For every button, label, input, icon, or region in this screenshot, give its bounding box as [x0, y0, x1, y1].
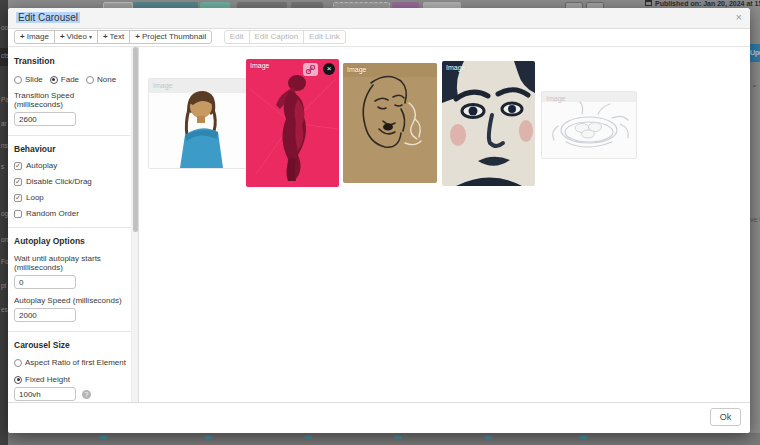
checkbox-loop[interactable]: ✓ Loop [14, 193, 125, 202]
background-table-accent [100, 436, 107, 439]
plus-icon: + [60, 32, 65, 41]
radio-icon [14, 359, 22, 367]
update-button-fragment: Upd [750, 44, 760, 62]
divider [8, 331, 131, 332]
checkbox-icon: ✓ [14, 178, 22, 186]
chevron-down-icon: ⌄ [751, 80, 758, 89]
carousel-item-2-image [246, 59, 339, 187]
background-text-fragment: s [1, 163, 4, 170]
checkbox-icon [14, 210, 22, 218]
add-video-button[interactable]: +Video▾ [54, 30, 98, 44]
background-text-fragment: es [1, 306, 8, 313]
background-text-fragment: ns [1, 142, 8, 149]
checkbox-random-order[interactable]: Random Order [14, 209, 125, 218]
transition-radio-group: Slide Fade None [14, 75, 125, 84]
carousel-item-5[interactable]: Image [541, 91, 637, 159]
background-text-fragment: Fo [1, 258, 8, 265]
settings-sidebar: Transition Slide Fade None Transition Sp… [8, 47, 131, 403]
carousel-item-4[interactable]: Image [442, 61, 535, 186]
autoplay-wait-label: Wait until autoplay starts (milliseconds… [14, 254, 114, 272]
background-text-fragment: ve th [750, 216, 760, 223]
checkbox-disable-click-drag[interactable]: ✓ Disable Click/Drag [14, 177, 125, 186]
background-table-accent [395, 436, 402, 439]
edit-carousel-dialog: Edit Carousel × +Image+Video▾+Text+Proje… [8, 8, 750, 433]
background-text-fragment: om [1, 236, 8, 243]
radio-none[interactable]: None [86, 75, 116, 84]
scrollbar-thumb[interactable] [133, 47, 138, 232]
carousel-item-3-image [343, 63, 437, 183]
radio-fixed-height[interactable]: Fixed Height [14, 375, 125, 384]
caret-down-icon: ▾ [89, 34, 92, 40]
help-icon[interactable]: ? [82, 390, 91, 399]
background-right-strip: Upd ⌄ ve th [750, 0, 760, 445]
edit-link-button[interactable]: Edit Link [303, 30, 346, 44]
background-text-fragment: cts [1, 52, 8, 59]
radio-aspect-ratio-first-element[interactable]: Aspect Ratio of first Element [14, 358, 125, 367]
background-text-fragment: ar [1, 120, 7, 127]
carousel-item-1[interactable]: Image [148, 78, 247, 169]
dialog-title: Edit Carousel [16, 12, 80, 23]
transition-speed-input[interactable] [14, 112, 76, 126]
transition-heading: Transition [14, 56, 125, 66]
carousel-item-1-image [149, 79, 246, 168]
radio-icon [86, 76, 94, 84]
transition-speed-label: Transition Speed (milliseconds) [14, 91, 125, 109]
fixed-height-input[interactable] [14, 387, 76, 401]
sidebar-scrollbar[interactable] [131, 47, 139, 403]
plus-icon: + [103, 32, 108, 41]
background-table-accent [485, 436, 492, 439]
plus-icon: + [20, 32, 25, 41]
link-icon [306, 65, 315, 74]
background-text-fragment: Pa [1, 96, 8, 103]
item-type-label: Image [347, 66, 366, 73]
autoplay-speed-input[interactable] [14, 308, 76, 322]
background-text-fragment: pt [1, 282, 6, 289]
item-type-label: Image [546, 95, 565, 102]
carousel-item-3[interactable]: Image [343, 63, 437, 183]
radio-icon [50, 76, 58, 84]
dialog-toolbar: +Image+Video▾+Text+Project Thumbnail Edi… [8, 28, 750, 47]
add-text-button[interactable]: +Text [97, 30, 130, 44]
edit-link-badge[interactable] [303, 63, 318, 76]
item-type-label: Image [153, 82, 172, 89]
close-icon[interactable]: × [736, 12, 742, 23]
radio-slide[interactable]: Slide [14, 75, 43, 84]
autoplay-speed-label: Autoplay Speed (milliseconds) [14, 296, 125, 305]
remove-item-icon[interactable]: × [323, 63, 335, 75]
background-table-accent [205, 436, 212, 439]
add-project-thumbnail-button[interactable]: +Project Thumbnail [129, 30, 212, 44]
dialog-header[interactable]: Edit Carousel × [8, 8, 750, 29]
edit-button[interactable]: Edit [224, 30, 250, 44]
checkbox-icon: ✓ [14, 194, 22, 202]
background-text-fragment: ogs [1, 210, 8, 217]
autoplay-wait-input[interactable] [14, 275, 76, 289]
background-text-fragment: oo [1, 24, 8, 31]
behaviour-heading: Behaviour [14, 144, 125, 154]
background-toolbar-strip [8, 0, 760, 8]
autoplay-options-heading: Autoplay Options [14, 236, 125, 246]
item-type-label: Image [250, 62, 269, 69]
divider [8, 227, 131, 228]
plus-icon: + [135, 32, 140, 41]
dialog-footer: Ok [8, 402, 750, 433]
checkbox-icon: ✓ [14, 162, 22, 170]
background-bottom-strip [8, 433, 760, 445]
carousel-size-heading: Carousel Size [14, 340, 125, 350]
radio-fade[interactable]: Fade [50, 75, 79, 84]
ok-button[interactable]: Ok [710, 408, 741, 426]
background-left-sidebar: oo cts Pa ar ns s ogs om Fo pt es [0, 0, 8, 445]
carousel-item-2-selected[interactable]: Image × [246, 59, 339, 187]
edit-caption-button[interactable]: Edit Caption [249, 30, 305, 44]
background-table-accent [305, 436, 312, 439]
carousel-items-area: Image Image [139, 47, 750, 403]
carousel-item-4-image [442, 61, 535, 186]
radio-icon [14, 76, 22, 84]
add-image-button[interactable]: +Image [14, 30, 55, 44]
divider [8, 135, 131, 136]
radio-icon [14, 376, 22, 384]
item-type-label: Image [446, 64, 465, 71]
checkbox-autoplay[interactable]: ✓ Autoplay [14, 161, 125, 170]
background-table-accent [580, 436, 587, 439]
